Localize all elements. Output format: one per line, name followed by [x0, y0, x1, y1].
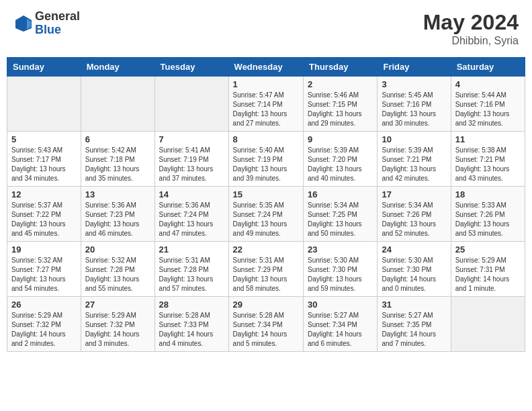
calendar-cell: 13Sunrise: 5:36 AMSunset: 7:23 PMDayligh…	[81, 187, 154, 242]
calendar-cell: 12Sunrise: 5:37 AMSunset: 7:22 PMDayligh…	[7, 187, 81, 242]
calendar-cell: 14Sunrise: 5:36 AMSunset: 7:24 PMDayligh…	[154, 187, 228, 242]
calendar-cell: 21Sunrise: 5:31 AMSunset: 7:28 PMDayligh…	[154, 242, 228, 297]
day-number: 8	[233, 134, 299, 144]
day-number: 4	[455, 79, 521, 89]
day-info: Sunrise: 5:37 AMSunset: 7:22 PMDaylight:…	[11, 201, 77, 238]
day-number: 29	[233, 300, 299, 310]
calendar-cell	[81, 77, 154, 132]
day-info: Sunrise: 5:46 AMSunset: 7:15 PMDaylight:…	[308, 91, 373, 128]
day-number: 20	[85, 244, 150, 255]
day-number: 12	[11, 189, 77, 199]
day-info: Sunrise: 5:31 AMSunset: 7:29 PMDaylight:…	[233, 256, 299, 293]
day-info: Sunrise: 5:41 AMSunset: 7:19 PMDaylight:…	[159, 146, 224, 183]
calendar-week-row: 26Sunrise: 5:29 AMSunset: 7:32 PMDayligh…	[7, 297, 525, 352]
day-number: 19	[11, 244, 77, 255]
day-number: 15	[233, 189, 299, 199]
weekday-header-friday: Friday	[378, 58, 451, 77]
month-year-title: May 2024	[423, 10, 519, 35]
day-number: 5	[11, 134, 77, 144]
calendar-cell: 16Sunrise: 5:34 AMSunset: 7:25 PMDayligh…	[304, 187, 378, 242]
weekday-header-monday: Monday	[81, 58, 154, 77]
calendar-week-row: 12Sunrise: 5:37 AMSunset: 7:22 PMDayligh…	[7, 187, 525, 242]
day-info: Sunrise: 5:42 AMSunset: 7:18 PMDaylight:…	[85, 146, 150, 183]
calendar-cell: 27Sunrise: 5:29 AMSunset: 7:32 PMDayligh…	[81, 297, 154, 352]
day-number: 13	[85, 189, 150, 199]
day-number: 17	[382, 189, 446, 199]
day-info: Sunrise: 5:39 AMSunset: 7:20 PMDaylight:…	[308, 146, 373, 183]
calendar-cell: 25Sunrise: 5:29 AMSunset: 7:31 PMDayligh…	[451, 242, 525, 297]
weekday-header-wednesday: Wednesday	[228, 58, 303, 77]
calendar-cell: 20Sunrise: 5:32 AMSunset: 7:28 PMDayligh…	[81, 242, 154, 297]
logo-blue-text: Blue	[35, 24, 80, 37]
day-number: 7	[159, 134, 224, 144]
day-info: Sunrise: 5:28 AMSunset: 7:34 PMDaylight:…	[233, 311, 299, 349]
day-info: Sunrise: 5:36 AMSunset: 7:23 PMDaylight:…	[85, 201, 150, 238]
day-number: 1	[233, 79, 299, 89]
day-info: Sunrise: 5:44 AMSunset: 7:16 PMDaylight:…	[455, 91, 521, 128]
day-number: 24	[382, 244, 446, 255]
day-number: 22	[233, 244, 299, 255]
day-info: Sunrise: 5:33 AMSunset: 7:26 PMDaylight:…	[455, 201, 521, 238]
calendar-cell: 5Sunrise: 5:43 AMSunset: 7:17 PMDaylight…	[7, 132, 81, 187]
calendar-cell: 8Sunrise: 5:40 AMSunset: 7:19 PMDaylight…	[228, 132, 303, 187]
weekday-header-thursday: Thursday	[304, 58, 378, 77]
calendar-cell: 4Sunrise: 5:44 AMSunset: 7:16 PMDaylight…	[451, 77, 525, 132]
page-header: General Blue May 2024 Dhibbin, Syria	[7, 7, 525, 50]
day-number: 9	[308, 134, 373, 144]
day-number: 25	[455, 244, 521, 255]
calendar-cell: 9Sunrise: 5:39 AMSunset: 7:20 PMDaylight…	[304, 132, 378, 187]
day-info: Sunrise: 5:29 AMSunset: 7:32 PMDaylight:…	[85, 311, 150, 349]
calendar-cell: 24Sunrise: 5:30 AMSunset: 7:30 PMDayligh…	[378, 242, 451, 297]
day-info: Sunrise: 5:32 AMSunset: 7:27 PMDaylight:…	[11, 256, 77, 293]
calendar-cell: 31Sunrise: 5:27 AMSunset: 7:35 PMDayligh…	[378, 297, 451, 352]
logo-general-text: General	[35, 10, 80, 24]
day-number: 21	[159, 244, 224, 255]
calendar-week-row: 5Sunrise: 5:43 AMSunset: 7:17 PMDaylight…	[7, 132, 525, 187]
calendar-cell: 29Sunrise: 5:28 AMSunset: 7:34 PMDayligh…	[228, 297, 303, 352]
calendar-cell: 22Sunrise: 5:31 AMSunset: 7:29 PMDayligh…	[228, 242, 303, 297]
calendar-cell: 26Sunrise: 5:29 AMSunset: 7:32 PMDayligh…	[7, 297, 81, 352]
day-info: Sunrise: 5:29 AMSunset: 7:31 PMDaylight:…	[455, 256, 521, 293]
day-info: Sunrise: 5:27 AMSunset: 7:35 PMDaylight:…	[382, 311, 446, 349]
weekday-header-sunday: Sunday	[7, 58, 81, 77]
day-info: Sunrise: 5:40 AMSunset: 7:19 PMDaylight:…	[233, 146, 299, 183]
day-number: 28	[159, 300, 224, 310]
day-number: 3	[382, 79, 446, 89]
calendar-cell	[451, 297, 525, 352]
day-number: 30	[308, 300, 373, 310]
weekday-header-saturday: Saturday	[451, 58, 525, 77]
day-info: Sunrise: 5:45 AMSunset: 7:16 PMDaylight:…	[382, 91, 446, 128]
calendar-week-row: 1Sunrise: 5:47 AMSunset: 7:14 PMDaylight…	[7, 77, 525, 132]
calendar-cell: 1Sunrise: 5:47 AMSunset: 7:14 PMDaylight…	[228, 77, 303, 132]
day-info: Sunrise: 5:39 AMSunset: 7:21 PMDaylight:…	[382, 146, 446, 183]
calendar-cell: 18Sunrise: 5:33 AMSunset: 7:26 PMDayligh…	[451, 187, 525, 242]
calendar-week-row: 19Sunrise: 5:32 AMSunset: 7:27 PMDayligh…	[7, 242, 525, 297]
day-number: 27	[85, 300, 150, 310]
calendar-cell: 2Sunrise: 5:46 AMSunset: 7:15 PMDaylight…	[304, 77, 378, 132]
day-info: Sunrise: 5:43 AMSunset: 7:17 PMDaylight:…	[11, 146, 77, 183]
calendar-cell: 28Sunrise: 5:28 AMSunset: 7:33 PMDayligh…	[154, 297, 228, 352]
day-number: 10	[382, 134, 446, 144]
day-info: Sunrise: 5:38 AMSunset: 7:21 PMDaylight:…	[455, 146, 521, 183]
day-number: 18	[455, 189, 521, 199]
day-number: 2	[308, 79, 373, 89]
day-info: Sunrise: 5:27 AMSunset: 7:34 PMDaylight:…	[308, 311, 373, 349]
day-info: Sunrise: 5:36 AMSunset: 7:24 PMDaylight:…	[159, 201, 224, 238]
calendar-cell: 23Sunrise: 5:30 AMSunset: 7:30 PMDayligh…	[304, 242, 378, 297]
calendar-cell	[154, 77, 228, 132]
day-number: 16	[308, 189, 373, 199]
calendar-cell: 19Sunrise: 5:32 AMSunset: 7:27 PMDayligh…	[7, 242, 81, 297]
day-info: Sunrise: 5:34 AMSunset: 7:26 PMDaylight:…	[382, 201, 446, 238]
calendar-cell: 30Sunrise: 5:27 AMSunset: 7:34 PMDayligh…	[304, 297, 378, 352]
title-section: May 2024 Dhibbin, Syria	[423, 10, 519, 47]
logo: General Blue	[13, 10, 80, 37]
calendar-cell: 3Sunrise: 5:45 AMSunset: 7:16 PMDaylight…	[378, 77, 451, 132]
calendar-header-row: SundayMondayTuesdayWednesdayThursdayFrid…	[7, 58, 525, 77]
calendar-cell	[7, 77, 81, 132]
calendar-cell: 6Sunrise: 5:42 AMSunset: 7:18 PMDaylight…	[81, 132, 154, 187]
day-info: Sunrise: 5:29 AMSunset: 7:32 PMDaylight:…	[11, 311, 77, 349]
day-info: Sunrise: 5:35 AMSunset: 7:24 PMDaylight:…	[233, 201, 299, 238]
location-subtitle: Dhibbin, Syria	[423, 35, 519, 47]
logo-icon	[13, 13, 34, 34]
day-info: Sunrise: 5:32 AMSunset: 7:28 PMDaylight:…	[85, 256, 150, 293]
